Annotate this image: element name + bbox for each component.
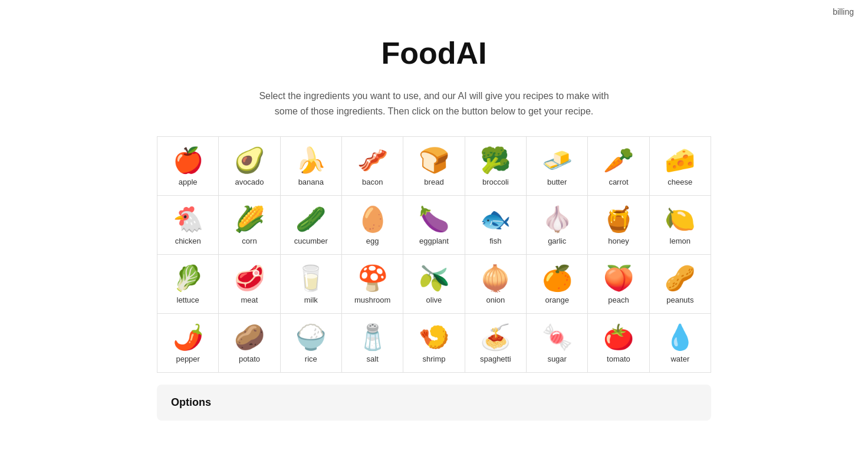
ingredient-card-peanuts[interactable]: 🥜peanuts: [650, 255, 711, 314]
ingredient-card-pepper[interactable]: 🌶️pepper: [157, 314, 219, 373]
olive-icon: 🫒: [419, 266, 449, 291]
ingredient-card-cheese[interactable]: 🧀cheese: [650, 137, 711, 196]
eggplant-label: eggplant: [419, 237, 449, 245]
cheese-label: cheese: [668, 178, 692, 186]
meat-label: meat: [241, 296, 258, 304]
lemon-label: lemon: [670, 237, 691, 245]
sugar-icon: 🍬: [542, 325, 573, 350]
cucumber-icon: 🥒: [295, 207, 326, 232]
ingredient-card-salt[interactable]: 🧂salt: [342, 314, 403, 373]
ingredient-card-cucumber[interactable]: 🥒cucumber: [281, 196, 342, 255]
ingredient-card-garlic[interactable]: 🧄garlic: [527, 196, 588, 255]
ingredient-card-egg[interactable]: 🥚egg: [342, 196, 403, 255]
spaghetti-icon: 🍝: [480, 325, 511, 350]
fish-icon: 🐟: [480, 207, 511, 232]
bread-label: bread: [424, 178, 443, 186]
milk-icon: 🥛: [295, 266, 326, 291]
bacon-label: bacon: [362, 178, 383, 186]
lettuce-icon: 🥬: [173, 266, 203, 291]
cheese-icon: 🧀: [665, 148, 695, 173]
butter-label: butter: [547, 178, 567, 186]
fish-label: fish: [489, 237, 501, 245]
butter-icon: 🧈: [542, 148, 573, 173]
egg-label: egg: [366, 237, 379, 245]
onion-icon: 🧅: [480, 266, 511, 291]
tomato-icon: 🍅: [603, 325, 634, 350]
ingredient-card-avocado[interactable]: 🥑avocado: [219, 137, 280, 196]
corn-label: corn: [242, 237, 257, 245]
peanuts-label: peanuts: [666, 296, 693, 304]
ingredient-card-orange[interactable]: 🍊orange: [527, 255, 588, 314]
ingredient-card-mushroom[interactable]: 🍄mushroom: [342, 255, 403, 314]
eggplant-icon: 🍆: [419, 207, 449, 232]
billing-link[interactable]: billing: [833, 7, 854, 17]
egg-icon: 🥚: [357, 207, 388, 232]
ingredient-card-lemon[interactable]: 🍋lemon: [650, 196, 711, 255]
subtitle: Select the ingredients you want to use, …: [257, 88, 611, 119]
ingredient-card-butter[interactable]: 🧈butter: [527, 137, 588, 196]
pepper-icon: 🌶️: [173, 325, 203, 350]
garlic-label: garlic: [548, 237, 566, 245]
ingredient-card-olive[interactable]: 🫒olive: [403, 255, 465, 314]
rice-icon: 🍚: [295, 325, 326, 350]
ingredient-card-banana[interactable]: 🍌banana: [281, 137, 342, 196]
bacon-icon: 🥓: [357, 148, 388, 173]
ingredient-card-meat[interactable]: 🥩meat: [219, 255, 280, 314]
orange-icon: 🍊: [542, 266, 573, 291]
ingredient-card-carrot[interactable]: 🥕carrot: [588, 137, 649, 196]
broccoli-icon: 🥦: [480, 148, 511, 173]
avocado-icon: 🥑: [234, 148, 265, 173]
water-icon: 💧: [665, 325, 695, 350]
ingredient-card-eggplant[interactable]: 🍆eggplant: [403, 196, 465, 255]
ingredient-card-shrimp[interactable]: 🍤shrimp: [403, 314, 465, 373]
olive-label: olive: [426, 296, 442, 304]
bread-icon: 🍞: [419, 148, 449, 173]
potato-icon: 🥔: [234, 325, 265, 350]
lettuce-label: lettuce: [177, 296, 199, 304]
broccoli-label: broccoli: [482, 178, 509, 186]
honey-icon: 🍯: [603, 207, 634, 232]
ingredient-card-bread[interactable]: 🍞bread: [403, 137, 465, 196]
page-header: FoodAI: [0, 24, 868, 77]
milk-label: milk: [304, 296, 318, 304]
corn-icon: 🌽: [234, 207, 265, 232]
options-title: Options: [171, 396, 697, 409]
ingredient-card-rice[interactable]: 🍚rice: [281, 314, 342, 373]
ingredient-card-tomato[interactable]: 🍅tomato: [588, 314, 649, 373]
ingredient-card-honey[interactable]: 🍯honey: [588, 196, 649, 255]
mushroom-label: mushroom: [354, 296, 390, 304]
chicken-label: chicken: [175, 237, 201, 245]
ingredient-card-lettuce[interactable]: 🥬lettuce: [157, 255, 219, 314]
garlic-icon: 🧄: [542, 207, 573, 232]
avocado-label: avocado: [235, 178, 264, 186]
carrot-icon: 🥕: [603, 148, 634, 173]
salt-icon: 🧂: [357, 325, 388, 350]
cucumber-label: cucumber: [294, 237, 328, 245]
sugar-label: sugar: [547, 354, 567, 363]
ingredient-grid-container: 🍎apple🥑avocado🍌banana🥓bacon🍞bread🥦brocco…: [145, 136, 723, 373]
onion-label: onion: [486, 296, 505, 304]
ingredient-card-potato[interactable]: 🥔potato: [219, 314, 280, 373]
spaghetti-label: spaghetti: [480, 354, 511, 363]
ingredient-card-corn[interactable]: 🌽corn: [219, 196, 280, 255]
ingredient-card-chicken[interactable]: 🐔chicken: [157, 196, 219, 255]
shrimp-label: shrimp: [422, 354, 445, 363]
ingredient-grid: 🍎apple🥑avocado🍌banana🥓bacon🍞bread🥦brocco…: [157, 136, 711, 373]
pepper-label: pepper: [176, 354, 199, 363]
ingredient-card-spaghetti[interactable]: 🍝spaghetti: [465, 314, 527, 373]
honey-label: honey: [608, 237, 629, 245]
mushroom-icon: 🍄: [357, 266, 388, 291]
ingredient-card-water[interactable]: 💧water: [650, 314, 711, 373]
options-section: Options: [145, 385, 723, 421]
ingredient-card-milk[interactable]: 🥛milk: [281, 255, 342, 314]
ingredient-card-broccoli[interactable]: 🥦broccoli: [465, 137, 527, 196]
ingredient-card-onion[interactable]: 🧅onion: [465, 255, 527, 314]
ingredient-card-apple[interactable]: 🍎apple: [157, 137, 219, 196]
page-title: FoodAI: [0, 35, 868, 71]
ingredient-card-peach[interactable]: 🍑peach: [588, 255, 649, 314]
ingredient-card-fish[interactable]: 🐟fish: [465, 196, 527, 255]
salt-label: salt: [367, 354, 379, 363]
ingredient-card-bacon[interactable]: 🥓bacon: [342, 137, 403, 196]
ingredient-card-sugar[interactable]: 🍬sugar: [527, 314, 588, 373]
peach-icon: 🍑: [603, 266, 634, 291]
